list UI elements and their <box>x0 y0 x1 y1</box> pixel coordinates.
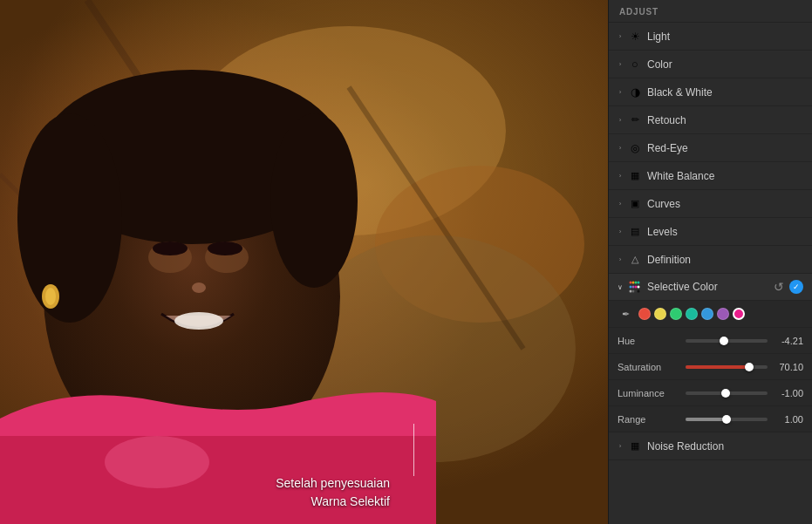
levels-label: Levels <box>647 226 803 238</box>
selective-color-label: Selective Color <box>647 281 772 293</box>
photo-background <box>0 0 608 524</box>
annotation-line2: Warna Selektif <box>276 493 390 511</box>
photo-canvas: Setelah penyesuaian Warna Selektif <box>0 0 608 524</box>
swatch-green[interactable] <box>670 308 682 320</box>
saturation-thumb[interactable] <box>745 363 754 371</box>
adjust-item-light[interactable]: › ☀ Light <box>609 23 812 51</box>
svg-point-18 <box>174 312 223 330</box>
hue-value: -4.21 <box>773 336 803 346</box>
adjust-item-red-eye[interactable]: › ◎ Red-Eye <box>609 134 812 162</box>
swatch-red[interactable] <box>638 308 651 320</box>
chevron-levels: › <box>616 228 624 236</box>
saturation-slider-row: Saturation 70.10 <box>609 354 812 380</box>
light-icon: ☀ <box>628 30 642 44</box>
wb-label: White Balance <box>647 170 803 182</box>
svg-point-17 <box>208 242 242 255</box>
adjust-item-retouch[interactable]: › ✏ Retouch <box>609 106 812 134</box>
color-icon: ○ <box>628 58 642 71</box>
svg-point-12 <box>270 113 358 288</box>
selective-color-header[interactable]: ∨ <box>609 274 812 301</box>
svg-point-30 <box>638 286 640 289</box>
range-thumb[interactable] <box>722 415 731 424</box>
range-track[interactable] <box>686 418 768 421</box>
swatch-yellow[interactable] <box>654 308 666 320</box>
chevron-definition: › <box>616 255 624 264</box>
range-label: Range <box>618 414 680 425</box>
saturation-value: 70.10 <box>773 362 803 372</box>
annotation-line1: Setelah penyesuaian <box>276 474 390 493</box>
color-label: Color <box>647 58 803 71</box>
chevron-light: › <box>616 32 624 41</box>
wb-icon: ▦ <box>628 169 642 183</box>
saturation-track[interactable] <box>686 365 768 369</box>
hue-label: Hue <box>618 336 680 346</box>
chevron-noise: › <box>616 442 624 451</box>
adjust-list[interactable]: › ☀ Light › ○ Color › ◑ Black & White › … <box>609 23 812 524</box>
range-fill <box>686 418 727 421</box>
svg-point-24 <box>632 282 635 284</box>
range-slider-row: Range 1.00 <box>609 406 812 432</box>
svg-point-26 <box>638 282 640 284</box>
adjust-item-definition[interactable]: › △ Definition <box>609 246 812 274</box>
definition-label: Definition <box>647 254 803 266</box>
svg-point-31 <box>630 290 632 293</box>
chevron-curves: › <box>616 200 624 208</box>
swatch-magenta[interactable] <box>733 308 745 320</box>
chevron-color: › <box>616 60 624 69</box>
main-layout: Setelah penyesuaian Warna Selektif ADJUS… <box>0 0 812 524</box>
svg-point-27 <box>630 286 632 289</box>
swatch-purple[interactable] <box>717 308 729 320</box>
svg-point-22 <box>105 436 209 488</box>
color-swatches-row: ✒ <box>609 301 812 328</box>
luminance-thumb[interactable] <box>721 389 730 398</box>
adjust-item-color[interactable]: › ○ Color <box>609 51 812 78</box>
luminance-value: -1.00 <box>773 388 803 398</box>
selective-color-active-button[interactable]: ✓ <box>789 280 803 294</box>
photo-area: Setelah penyesuaian Warna Selektif <box>0 0 608 524</box>
adjust-item-curves[interactable]: › ▣ Curves <box>609 190 812 218</box>
saturation-fill <box>686 365 749 369</box>
red-eye-label: Red-Eye <box>647 142 803 154</box>
chevron-retouch: › <box>616 116 624 125</box>
annotation: Setelah penyesuaian Warna Selektif <box>276 474 390 511</box>
chevron-red-eye: › <box>616 144 624 153</box>
levels-icon: ▤ <box>628 225 642 239</box>
svg-point-20 <box>45 288 56 305</box>
eyedropper-button[interactable]: ✒ <box>618 306 633 322</box>
hue-slider-row: Hue -4.21 <box>609 328 812 354</box>
selective-color-reset-button[interactable]: ↺ <box>772 280 786 294</box>
luminance-track[interactable] <box>686 391 768 395</box>
light-label: Light <box>647 31 803 43</box>
swatch-cyan[interactable] <box>686 308 698 320</box>
chevron-selective-color: ∨ <box>616 282 624 291</box>
red-eye-icon: ◎ <box>628 141 642 155</box>
svg-point-33 <box>635 290 638 293</box>
adjust-item-levels[interactable]: › ▤ Levels <box>609 218 812 246</box>
panel-header: ADJUST <box>609 0 812 23</box>
definition-icon: △ <box>628 253 642 267</box>
annotation-line <box>413 424 414 476</box>
svg-point-25 <box>635 282 638 284</box>
luminance-label: Luminance <box>618 388 680 398</box>
adjust-item-noise-reduction[interactable]: › ▦ Noise Reduction <box>609 432 812 460</box>
adjust-item-white-balance[interactable]: › ▦ White Balance <box>609 162 812 190</box>
svg-point-34 <box>638 290 640 293</box>
range-value: 1.00 <box>773 414 803 425</box>
svg-point-23 <box>630 282 632 284</box>
chevron-wb: › <box>616 172 624 180</box>
selective-color-section: ∨ <box>609 274 812 432</box>
swatch-blue[interactable] <box>701 308 713 320</box>
bw-icon: ◑ <box>628 85 642 99</box>
retouch-icon: ✏ <box>628 113 642 127</box>
svg-point-11 <box>17 113 122 323</box>
bw-label: Black & White <box>647 86 803 99</box>
hue-thumb[interactable] <box>720 337 728 345</box>
retouch-label: Retouch <box>647 114 803 126</box>
chevron-bw: › <box>616 88 624 97</box>
svg-point-28 <box>632 286 635 289</box>
selective-color-icon <box>628 280 642 294</box>
saturation-label: Saturation <box>618 362 680 372</box>
hue-track[interactable] <box>686 339 768 343</box>
right-panel: ADJUST › ☀ Light › ○ Color › ◑ Black & W… <box>608 0 812 524</box>
adjust-item-black-white[interactable]: › ◑ Black & White <box>609 78 812 106</box>
